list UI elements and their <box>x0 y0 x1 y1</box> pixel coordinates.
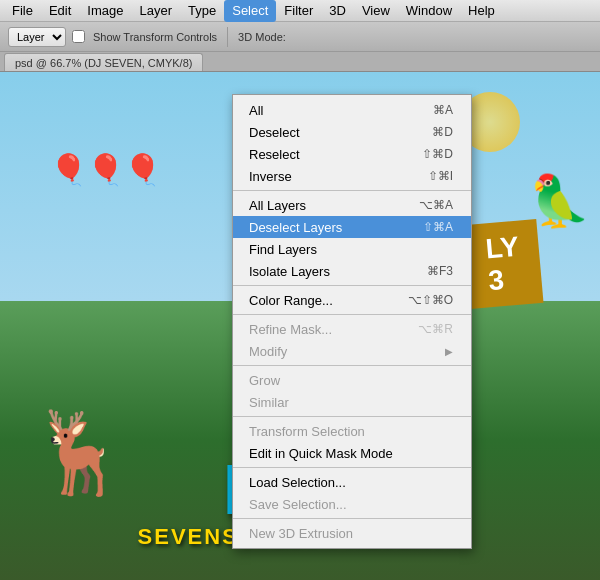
menu-item-reselect-shortcut: ⇧⌘D <box>422 147 453 161</box>
menu-item-load-selection[interactable]: Load Selection... <box>233 471 471 493</box>
menu-item-find-layers-label: Find Layers <box>249 242 317 257</box>
menu-item-deselect-label: Deselect <box>249 125 300 140</box>
menu-window[interactable]: Window <box>398 0 460 22</box>
menu-item-all-layers-label: All Layers <box>249 198 306 213</box>
menu-item-similar: Similar <box>233 391 471 413</box>
menu-item-inverse-shortcut: ⇧⌘I <box>428 169 453 183</box>
menu-item-refine-mask-label: Refine Mask... <box>249 322 332 337</box>
separator-7 <box>233 518 471 519</box>
menu-item-all-shortcut: ⌘A <box>433 103 453 117</box>
menu-item-load-selection-label: Load Selection... <box>249 475 346 490</box>
menu-item-inverse[interactable]: Inverse ⇧⌘I <box>233 165 471 187</box>
canvas: 🎈🎈🎈 🦜 🦌 LY3 SEVENSTYLES PRESENTS P R All… <box>0 72 600 580</box>
menu-item-edit-quick-mask[interactable]: Edit in Quick Mask Mode <box>233 442 471 464</box>
toolbar-divider <box>227 27 228 47</box>
menu-select[interactable]: Select <box>224 0 276 22</box>
menu-file[interactable]: File <box>4 0 41 22</box>
menu-type[interactable]: Type <box>180 0 224 22</box>
menu-item-color-range-label: Color Range... <box>249 293 333 308</box>
menu-item-new-3d-extrusion: New 3D Extrusion <box>233 522 471 544</box>
menu-item-reselect[interactable]: Reselect ⇧⌘D <box>233 143 471 165</box>
menu-item-new-3d-extrusion-label: New 3D Extrusion <box>249 526 353 541</box>
menu-item-color-range[interactable]: Color Range... ⌥⇧⌘O <box>233 289 471 311</box>
menu-item-all-label: All <box>249 103 263 118</box>
menu-item-transform-selection: Transform Selection <box>233 420 471 442</box>
menu-item-save-selection-label: Save Selection... <box>249 497 347 512</box>
menu-item-similar-label: Similar <box>249 395 289 410</box>
separator-1 <box>233 190 471 191</box>
menu-bar: File Edit Image Layer Type Select Filter… <box>0 0 600 22</box>
doc-tab[interactable]: psd @ 66.7% (DJ SEVEN, CMYK/8) <box>4 53 203 71</box>
show-transform-checkbox[interactable] <box>72 30 85 43</box>
toolbar-label-3dmode: 3D Mode: <box>238 31 286 43</box>
menu-item-all-layers[interactable]: All Layers ⌥⌘A <box>233 194 471 216</box>
menu-item-isolate-layers-label: Isolate Layers <box>249 264 330 279</box>
toolbar: Layer Show Transform Controls 3D Mode: <box>0 22 600 52</box>
menu-item-find-layers[interactable]: Find Layers <box>233 238 471 260</box>
menu-item-modify-label: Modify <box>249 344 287 359</box>
menu-item-reselect-label: Reselect <box>249 147 300 162</box>
submenu-arrow-icon: ▶ <box>445 346 453 357</box>
menu-item-edit-quick-mask-label: Edit in Quick Mask Mode <box>249 446 393 461</box>
menu-item-all[interactable]: All ⌘A <box>233 99 471 121</box>
sign-decoration: LY3 <box>463 219 543 309</box>
doc-tab-bar: psd @ 66.7% (DJ SEVEN, CMYK/8) <box>0 52 600 72</box>
menu-item-grow-label: Grow <box>249 373 280 388</box>
menu-item-modify: Modify ▶ <box>233 340 471 362</box>
menu-item-deselect-layers-shortcut: ⇧⌘A <box>423 220 453 234</box>
separator-2 <box>233 285 471 286</box>
menu-item-deselect-layers-label: Deselect Layers <box>249 220 342 235</box>
menu-layer[interactable]: Layer <box>132 0 181 22</box>
menu-view[interactable]: View <box>354 0 398 22</box>
menu-item-deselect[interactable]: Deselect ⌘D <box>233 121 471 143</box>
layer-select[interactable]: Layer <box>8 27 66 47</box>
menu-item-all-layers-shortcut: ⌥⌘A <box>419 198 453 212</box>
parrot-decoration: 🦜 <box>528 172 590 230</box>
menu-item-isolate-layers[interactable]: Isolate Layers ⌘F3 <box>233 260 471 282</box>
separator-3 <box>233 314 471 315</box>
menu-item-refine-mask: Refine Mask... ⌥⌘R <box>233 318 471 340</box>
menu-edit[interactable]: Edit <box>41 0 79 22</box>
menu-item-deselect-shortcut: ⌘D <box>432 125 453 139</box>
menu-3d[interactable]: 3D <box>321 0 354 22</box>
menu-item-isolate-layers-shortcut: ⌘F3 <box>427 264 453 278</box>
menu-item-refine-mask-shortcut: ⌥⌘R <box>418 322 453 336</box>
menu-item-deselect-layers[interactable]: Deselect Layers ⇧⌘A <box>233 216 471 238</box>
menu-item-save-selection: Save Selection... <box>233 493 471 515</box>
menu-help[interactable]: Help <box>460 0 503 22</box>
menu-filter[interactable]: Filter <box>276 0 321 22</box>
show-transform-label: Show Transform Controls <box>93 31 217 43</box>
menu-item-grow: Grow <box>233 369 471 391</box>
menu-item-inverse-label: Inverse <box>249 169 292 184</box>
separator-4 <box>233 365 471 366</box>
menu-item-color-range-shortcut: ⌥⇧⌘O <box>408 293 453 307</box>
balloons-decoration: 🎈🎈🎈 <box>50 152 161 187</box>
menu-item-transform-selection-label: Transform Selection <box>249 424 365 439</box>
select-menu: All ⌘A Deselect ⌘D Reselect ⇧⌘D Inverse … <box>232 94 472 549</box>
menu-image[interactable]: Image <box>79 0 131 22</box>
separator-5 <box>233 416 471 417</box>
separator-6 <box>233 467 471 468</box>
